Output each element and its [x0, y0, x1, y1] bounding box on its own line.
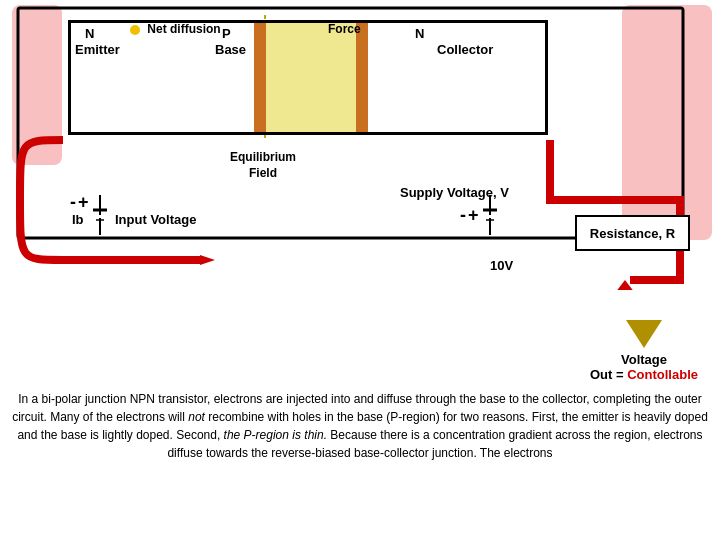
voltage-out-value: Contollable	[627, 367, 698, 382]
collector-n: N	[415, 26, 424, 41]
voltage-out-text1: Voltage	[621, 352, 667, 367]
input-voltage-text: Input Voltage	[115, 212, 196, 227]
supply-voltage-label: Supply Voltage, V	[400, 185, 509, 200]
pink-bg-right	[622, 5, 712, 240]
svg-marker-2	[615, 280, 635, 290]
collector-text: Collector	[437, 42, 493, 57]
emitter-n: N	[85, 26, 94, 41]
input-plus: +	[78, 192, 89, 213]
emitter-label: Emitter	[75, 42, 120, 57]
input-voltage-label: Input Voltage	[115, 212, 196, 227]
voltage-value: 10V	[490, 258, 513, 273]
main-container: Net diffusion Force N Emitter P Base N C…	[0, 0, 720, 540]
voltage-out-prefix: Out =	[590, 367, 627, 382]
ib-label: Ib	[72, 212, 84, 227]
net-diffusion-text: Net diffusion	[147, 22, 220, 36]
net-diffusion-label: Net diffusion	[130, 22, 221, 36]
input-minus: -	[70, 192, 76, 213]
ten-v-label: 10V	[490, 258, 513, 273]
bottom-text: In a bi-polar junction NPN transistor, e…	[10, 390, 710, 462]
collector-label: Collector	[437, 42, 493, 57]
supply-minus: -	[460, 205, 466, 226]
n-emitter-label: N	[85, 26, 94, 41]
voltage-out-line1: Voltage	[590, 352, 698, 367]
voltage-out-line2: Out = Contollable	[590, 367, 698, 382]
supply-battery-signs: - +	[460, 205, 479, 226]
p-base-label: P	[222, 26, 231, 41]
base-p: P	[222, 26, 231, 41]
resistance-box: Resistance, R	[575, 215, 690, 251]
force-text: Force	[328, 22, 361, 36]
n-collector-label: N	[415, 26, 424, 41]
base-label: Base	[215, 42, 246, 57]
voltage-out-section: Voltage Out = Contollable	[590, 320, 698, 382]
force-label: Force	[328, 22, 361, 36]
voltage-down-arrow	[626, 320, 662, 348]
ib-text: Ib	[72, 212, 84, 227]
pink-bg-left	[12, 5, 62, 165]
svg-marker-1	[200, 255, 215, 265]
emitter-text: Emitter	[75, 42, 120, 57]
input-section: - +	[70, 192, 89, 213]
resistance-label: Resistance, R	[590, 226, 675, 241]
yellow-dot	[130, 25, 140, 35]
equilibrium-label: EquilibriumField	[230, 150, 296, 181]
transistor-box	[68, 20, 548, 135]
supply-label-text: Supply Voltage, V	[400, 185, 509, 200]
base-text: Base	[215, 42, 246, 57]
supply-plus: +	[468, 205, 479, 226]
